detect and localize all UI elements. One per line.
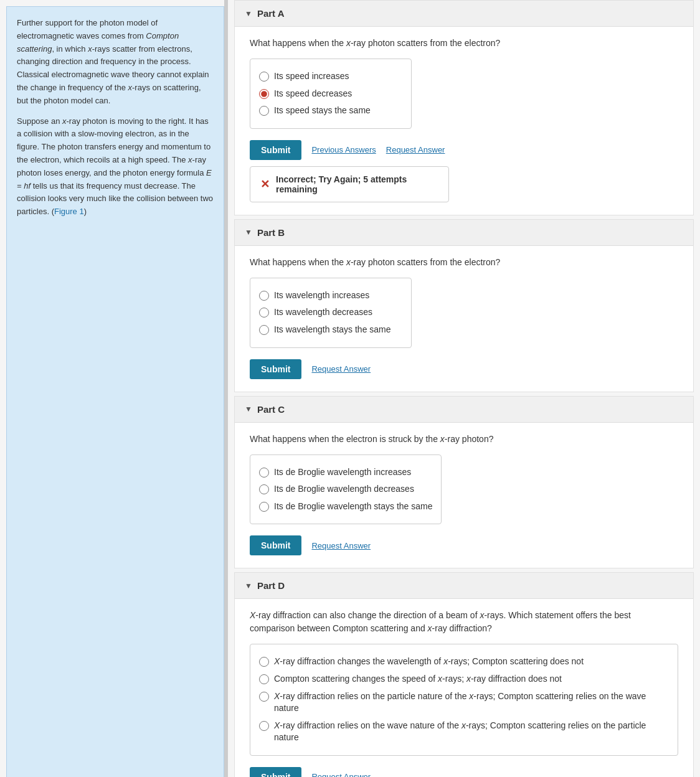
part-c-title: Part C [257,404,285,415]
part-d-chevron-icon: ▼ [245,582,252,590]
part-a-previous-answers-button[interactable]: Previous Answers [311,145,376,154]
part-a-option-2-row: Its speed decreases [259,88,402,100]
part-b-radio-3[interactable] [259,325,269,335]
part-b-option-3-row: Its wavelength stays the same [259,324,402,336]
part-a-label-1: Its speed increases [274,70,349,83]
part-d-label-4: X-ray diffraction relies on the wave nat… [274,720,669,744]
part-a-title: Part A [257,8,285,19]
part-c-radio-1[interactable] [259,468,269,478]
part-c-radio-2[interactable] [259,484,269,494]
part-d-label-2: Compton scattering changes the speed of … [274,673,562,685]
part-b-header: ▼ Part B [235,220,693,246]
part-c-label-1: Its de Broglie wavelength increases [274,466,411,479]
part-d-radio-4[interactable] [259,721,269,731]
part-d-radio-3[interactable] [259,692,269,702]
left-panel: Further support for the photon model of … [6,6,224,777]
part-d-request-answer-button[interactable]: Request Answer [311,772,371,777]
right-panel: ▼ Part A What happens when the x-ray pho… [228,0,700,777]
part-a-radio-1[interactable] [259,72,269,82]
left-paragraph-2: Suppose an x-ray photon is moving to the… [17,115,214,219]
part-b-label-2: Its wavelength decreases [274,306,372,319]
part-b-radio-1[interactable] [259,291,269,301]
part-a-label-2: Its speed decreases [274,88,352,100]
part-d-label-1: X-ray diffraction changes the wavelength… [274,656,584,668]
part-d-header: ▼ Part D [235,573,693,599]
part-a-feedback-icon: ✕ [260,177,270,191]
part-a-submit-button[interactable]: Submit [250,140,301,160]
part-a-options-box: Its speed increases Its speed decreases … [250,59,412,129]
part-a-header: ▼ Part A [235,1,693,27]
part-b-label-1: Its wavelength increases [274,290,369,302]
part-d-radio-1[interactable] [259,657,269,667]
part-d-submit-button[interactable]: Submit [250,767,301,777]
part-b-request-answer-button[interactable]: Request Answer [311,364,371,374]
part-a-option-3-row: Its speed stays the same [259,105,402,117]
part-a-radio-3[interactable] [259,106,269,116]
part-b-option-2-row: Its wavelength decreases [259,306,402,319]
part-d-options-box: X-ray diffraction changes the wavelength… [250,644,678,756]
part-c-radio-3[interactable] [259,502,269,512]
part-b-radio-2[interactable] [259,308,269,318]
part-c-option-2-row: Its de Broglie wavelength decreases [259,483,432,496]
part-a-feedback-text: Incorrect; Try Again; 5 attempts remaini… [276,174,438,194]
part-d-option-4-row: X-ray diffraction relies on the wave nat… [259,720,669,744]
part-d-option-3-row: X-ray diffraction relies on the particle… [259,690,669,715]
part-b-section: ▼ Part B What happens when the x-ray pho… [234,219,694,392]
part-a-action-row: Submit Previous Answers Request Answer [250,140,678,160]
part-c-action-row: Submit Request Answer [250,535,678,555]
part-b-label-3: Its wavelength stays the same [274,324,391,336]
left-paragraph-1: Further support for the photon model of … [17,17,214,108]
part-b-options-box: Its wavelength increases Its wavelength … [250,278,412,348]
part-c-question: What happens when the electron is struck… [250,433,678,446]
part-b-action-row: Submit Request Answer [250,359,678,379]
part-b-chevron-icon: ▼ [245,228,252,237]
part-a-question: What happens when the x-ray photon scatt… [250,37,678,50]
figure-1-link[interactable]: Figure 1 [54,207,84,216]
part-c-chevron-icon: ▼ [245,405,252,413]
part-a-label-3: Its speed stays the same [274,105,371,117]
part-a-feedback-box: ✕ Incorrect; Try Again; 5 attempts remai… [250,166,449,202]
part-d-question: X-ray diffraction can also change the di… [250,609,678,635]
part-c-label-3: Its de Broglie wavelength stays the same [274,501,432,513]
part-a-body: What happens when the x-ray photon scatt… [235,27,693,215]
part-b-question: What happens when the x-ray photon scatt… [250,256,678,269]
part-a-section: ▼ Part A What happens when the x-ray pho… [234,0,694,215]
part-a-radio-2[interactable] [259,89,269,99]
part-d-title: Part D [257,580,285,591]
part-d-option-2-row: Compton scattering changes the speed of … [259,673,669,685]
part-d-label-3: X-ray diffraction relies on the particle… [274,690,669,715]
part-c-option-1-row: Its de Broglie wavelength increases [259,466,432,479]
part-c-options-box: Its de Broglie wavelength increases Its … [250,454,442,525]
part-a-option-1-row: Its speed increases [259,70,402,83]
part-b-title: Part B [257,227,285,238]
part-d-radio-2[interactable] [259,674,269,684]
part-c-submit-button[interactable]: Submit [250,535,301,555]
part-d-section: ▼ Part D X-ray diffraction can also chan… [234,572,694,777]
part-c-header: ▼ Part C [235,397,693,423]
part-b-body: What happens when the x-ray photon scatt… [235,246,693,392]
part-c-label-2: Its de Broglie wavelength decreases [274,483,414,496]
part-c-option-3-row: Its de Broglie wavelength stays the same [259,501,432,513]
part-d-option-1-row: X-ray diffraction changes the wavelength… [259,656,669,668]
part-a-request-answer-button[interactable]: Request Answer [386,145,445,154]
part-a-chevron-icon: ▼ [245,9,252,18]
part-c-request-answer-button[interactable]: Request Answer [311,541,371,550]
part-b-submit-button[interactable]: Submit [250,359,301,379]
part-d-action-row: Submit Request Answer [250,767,678,777]
part-b-option-1-row: Its wavelength increases [259,290,402,302]
part-d-body: X-ray diffraction can also change the di… [235,599,693,777]
part-c-section: ▼ Part C What happens when the electron … [234,396,694,569]
part-c-body: What happens when the electron is struck… [235,423,693,568]
